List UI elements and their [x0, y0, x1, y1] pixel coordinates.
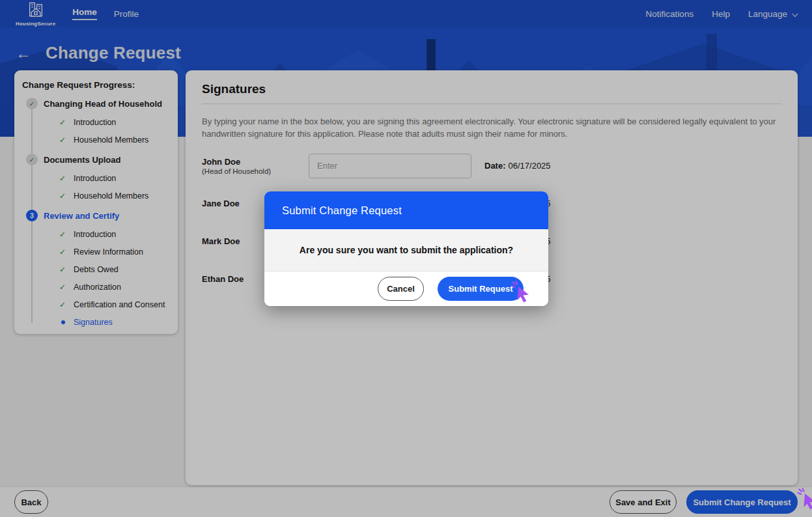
dialog-body: Are you sure you want to submit the appl…: [264, 229, 548, 271]
dialog-message: Are you sure you want to submit the appl…: [300, 245, 513, 255]
submit-request-button[interactable]: Submit Request: [438, 277, 524, 301]
page: HousingSecure Home Profile Notifications…: [0, 0, 812, 517]
dialog-title: Submit Change Request: [282, 204, 402, 217]
submit-confirmation-dialog: Submit Change Request Are you sure you w…: [264, 191, 548, 306]
dialog-header: Submit Change Request: [264, 191, 548, 229]
dialog-footer: Cancel Submit Request: [264, 271, 548, 306]
cancel-button[interactable]: Cancel: [378, 277, 424, 301]
